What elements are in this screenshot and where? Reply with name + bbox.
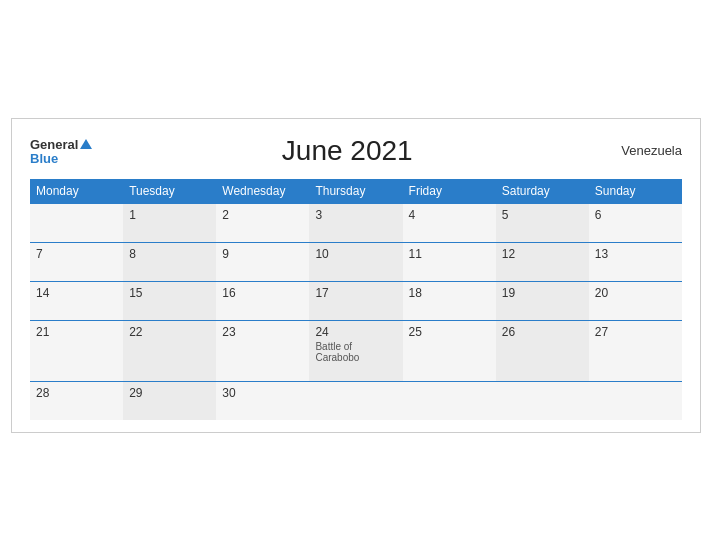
weekday-header-row: MondayTuesdayWednesdayThursdayFridaySatu… [30,179,682,204]
calendar-cell [403,381,496,420]
calendar-cell [496,381,589,420]
day-number: 4 [409,208,490,222]
calendar-cell: 10 [309,242,402,281]
weekday-header-tuesday: Tuesday [123,179,216,204]
weekday-header-wednesday: Wednesday [216,179,309,204]
calendar-cell: 19 [496,281,589,320]
weekday-header-friday: Friday [403,179,496,204]
day-number: 30 [222,386,303,400]
day-number: 21 [36,325,117,339]
day-number: 25 [409,325,490,339]
logo-triangle-icon [80,139,92,149]
day-number: 19 [502,286,583,300]
calendar-cell: 6 [589,203,682,242]
calendar-cell: 4 [403,203,496,242]
day-number: 17 [315,286,396,300]
calendar-cell: 13 [589,242,682,281]
day-number: 16 [222,286,303,300]
day-number: 26 [502,325,583,339]
calendar-cell: 30 [216,381,309,420]
calendar-cell: 26 [496,320,589,381]
day-number: 10 [315,247,396,261]
logo-general: General [30,135,92,153]
calendar-cell: 1 [123,203,216,242]
calendar-container: General Blue June 2021 Venezuela MondayT… [11,118,701,433]
calendar-cell: 12 [496,242,589,281]
calendar-title: June 2021 [92,135,602,167]
weekday-header-sunday: Sunday [589,179,682,204]
calendar-cell: 9 [216,242,309,281]
calendar-cell: 21 [30,320,123,381]
calendar-cell: 11 [403,242,496,281]
day-event: Battle of Carabobo [315,341,396,363]
day-number: 9 [222,247,303,261]
calendar-cell: 3 [309,203,402,242]
country-label: Venezuela [602,143,682,158]
calendar-cell [30,203,123,242]
calendar-cell: 22 [123,320,216,381]
calendar-cell [309,381,402,420]
logo-blue: Blue [30,152,92,166]
week-row-5: 282930 [30,381,682,420]
week-row-4: 21222324Battle of Carabobo252627 [30,320,682,381]
week-row-1: 123456 [30,203,682,242]
calendar-cell: 8 [123,242,216,281]
logo: General Blue [30,135,92,167]
day-number: 13 [595,247,676,261]
week-row-3: 14151617181920 [30,281,682,320]
day-number: 6 [595,208,676,222]
day-number: 8 [129,247,210,261]
day-number: 2 [222,208,303,222]
calendar-cell: 27 [589,320,682,381]
day-number: 14 [36,286,117,300]
calendar-cell [589,381,682,420]
day-number: 20 [595,286,676,300]
day-number: 15 [129,286,210,300]
calendar-cell: 17 [309,281,402,320]
day-number: 29 [129,386,210,400]
calendar-cell: 15 [123,281,216,320]
weekday-header-monday: Monday [30,179,123,204]
day-number: 27 [595,325,676,339]
day-number: 3 [315,208,396,222]
calendar-cell: 16 [216,281,309,320]
calendar-cell: 25 [403,320,496,381]
calendar-table: MondayTuesdayWednesdayThursdayFridaySatu… [30,179,682,420]
calendar-cell: 28 [30,381,123,420]
weekday-header-thursday: Thursday [309,179,402,204]
calendar-cell: 23 [216,320,309,381]
weekday-header-saturday: Saturday [496,179,589,204]
calendar-cell: 20 [589,281,682,320]
calendar-cell: 7 [30,242,123,281]
day-number: 12 [502,247,583,261]
day-number: 11 [409,247,490,261]
day-number: 1 [129,208,210,222]
calendar-cell: 5 [496,203,589,242]
day-number: 28 [36,386,117,400]
calendar-cell: 2 [216,203,309,242]
day-number: 5 [502,208,583,222]
calendar-cell: 18 [403,281,496,320]
calendar-cell: 24Battle of Carabobo [309,320,402,381]
week-row-2: 78910111213 [30,242,682,281]
day-number: 22 [129,325,210,339]
day-number: 24 [315,325,396,339]
calendar-cell: 14 [30,281,123,320]
day-number: 7 [36,247,117,261]
calendar-cell: 29 [123,381,216,420]
calendar-header: General Blue June 2021 Venezuela [30,135,682,167]
day-number: 23 [222,325,303,339]
day-number: 18 [409,286,490,300]
